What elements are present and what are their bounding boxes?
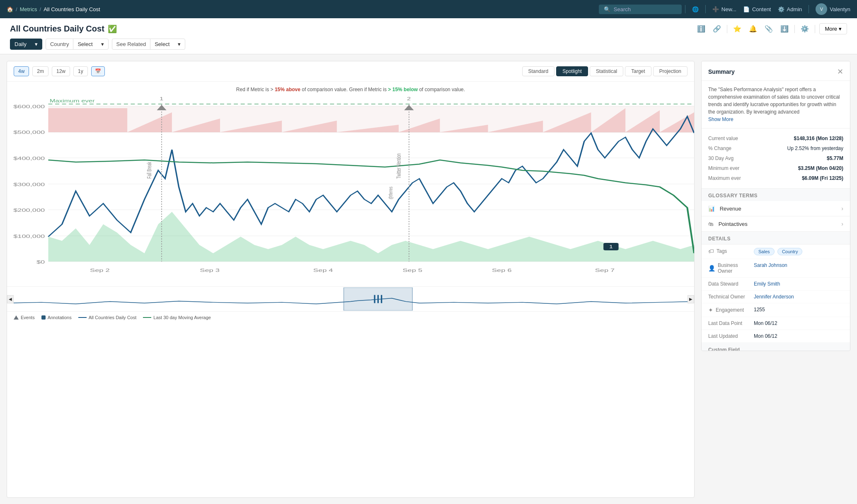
stat-value-max: $6.09M (Fri 12/25) — [802, 175, 843, 181]
main-chart: $600,000 $500,000 $400,000 $300,000 $200… — [7, 96, 694, 286]
time-btn-12w[interactable]: 12w — [52, 66, 70, 76]
admin-label: Admin — [787, 6, 802, 12]
time-btn-1y[interactable]: 1y — [73, 66, 88, 76]
new-label: New... — [721, 6, 736, 12]
svg-text:Sep 7: Sep 7 — [595, 268, 615, 273]
pointactives-chevron-icon: › — [841, 220, 843, 227]
calendar-button[interactable]: 📅 — [91, 66, 105, 76]
glossary-pointactives-label: Pointactives — [719, 221, 748, 227]
search-bar[interactable]: 🔍 Search — [599, 5, 682, 14]
nav-right: 🌐 ➕ New... 📄 Content ⚙️ Admin V Valentyn — [685, 3, 850, 15]
details-section-title: Details — [702, 232, 850, 244]
stat-value-30day: $5.77M — [827, 155, 843, 161]
nav-new[interactable]: ➕ New... — [712, 6, 736, 12]
technical-owner-value[interactable]: Jennifer Anderson — [754, 294, 843, 300]
show-more-link[interactable]: Show More — [708, 116, 734, 122]
top-nav: 🏠 / Metrics / All Countries Daily Cost 🔍… — [0, 0, 857, 18]
svg-text:Twitter Mention: Twitter Mention — [395, 153, 402, 179]
breadcrumb-current: All Countries Daily Cost — [44, 6, 100, 12]
stat-30day: 30 Day Avg $5.77M — [708, 153, 843, 163]
action-divider-2 — [794, 25, 795, 33]
nav-content[interactable]: 📄 Content — [743, 6, 771, 12]
clip-button[interactable]: 📎 — [763, 23, 775, 34]
page-header: All Countries Daily Cost ✅ ℹ️ 🔗 ⭐ 🔔 📎 ⬇️… — [0, 18, 857, 54]
country-label: Country — [46, 39, 74, 49]
stat-min-ever: Minimum ever $3.25M (Mon 04/20) — [708, 163, 843, 173]
detail-last-updated: Last Updated Mon 06/12 — [702, 330, 850, 343]
summary-close-button[interactable]: ✕ — [837, 67, 843, 76]
related-label: See Related — [112, 39, 151, 49]
summary-header: Summary ✕ — [702, 61, 850, 81]
last-updated-label: Last Updated — [708, 333, 738, 339]
glossary-pointactives[interactable]: 🛍 Pointactives › — [702, 216, 850, 232]
last-updated-value: Mon 06/12 — [754, 333, 843, 339]
admin-icon: ⚙️ — [778, 6, 784, 12]
chevron-down-icon: ▾ — [839, 26, 842, 32]
tag-country[interactable]: Country — [777, 248, 803, 255]
nav-admin[interactable]: ⚙️ Admin — [778, 6, 802, 12]
home-icon[interactable]: 🏠 — [7, 6, 13, 12]
chart-type-standard[interactable]: Standard — [522, 66, 555, 76]
star-button[interactable]: ⭐ — [731, 23, 743, 34]
moving-avg-line — [48, 160, 694, 253]
filter-row: Daily ▾ Country Select ▾ See Related Sel… — [10, 39, 847, 54]
period-chevron: ▾ — [31, 39, 42, 49]
verified-icon: ✅ — [108, 24, 117, 34]
detail-engagement: ✦ Engagement 1255 — [702, 303, 850, 317]
nav-user[interactable]: V Valentyn — [816, 3, 850, 15]
summary-panel: Summary ✕ The "Sales Performance Analysi… — [701, 61, 850, 351]
title-row: All Countries Daily Cost ✅ ℹ️ 🔗 ⭐ 🔔 📎 ⬇️… — [10, 23, 847, 39]
glossary-revenue-label: Revenue — [720, 206, 741, 212]
time-btn-2m[interactable]: 2m — [32, 66, 48, 76]
related-value: Select — [150, 39, 174, 49]
hierarchy-button[interactable]: 🔗 — [711, 23, 723, 34]
scroll-left-btn[interactable]: ◀ — [7, 295, 14, 303]
related-filter[interactable]: See Related Select ▾ — [112, 39, 186, 50]
metric-line-icon — [78, 317, 87, 318]
legend-events-label: Events — [21, 315, 35, 320]
svg-text:Sep 4: Sep 4 — [313, 268, 333, 273]
tags-label: Tags — [717, 248, 727, 254]
summary-desc-text: The "Sales Performance Analysis" report … — [708, 87, 840, 115]
spotlight-description: Red if Metric is > 15% above of comparis… — [7, 85, 694, 96]
chart-type-projection[interactable]: Projection — [653, 66, 688, 76]
business-owner-value[interactable]: Sarah Johnson — [754, 262, 843, 268]
stat-label-30day: 30 Day Avg — [708, 155, 734, 161]
nav-globe[interactable]: 🌐 — [692, 6, 699, 12]
stat-label-min: Minimum ever — [708, 165, 739, 171]
glossary-revenue[interactable]: 📊 Revenue › — [702, 201, 850, 216]
breadcrumb: 🏠 / Metrics / All Countries Daily Cost — [7, 6, 596, 12]
related-chevron: ▾ — [174, 39, 185, 49]
svg-text:$200,000: $200,000 — [13, 208, 45, 213]
country-filter[interactable]: Country Select ▾ — [46, 39, 109, 50]
scroll-right-btn[interactable]: ▶ — [688, 295, 694, 303]
period-filter[interactable]: Daily ▾ — [10, 39, 42, 50]
technical-owner-label: Technical Owner — [708, 294, 745, 300]
time-btn-4w[interactable]: 4w — [14, 66, 29, 76]
stat-max-ever: Maximum ever $6.09M (Fri 12/25) — [708, 173, 843, 183]
more-button[interactable]: More ▾ — [819, 23, 847, 34]
chart-type-target[interactable]: Target — [625, 66, 651, 76]
breadcrumb-metrics[interactable]: Metrics — [20, 6, 37, 12]
stat-value-pct: Up 2.52% from yesterday — [787, 145, 843, 151]
chart-type-statistical[interactable]: Statistical — [590, 66, 623, 76]
stat-label-current: Current value — [708, 136, 738, 141]
svg-text:$0: $0 — [36, 259, 45, 264]
settings-button[interactable]: ⚙️ — [799, 23, 811, 34]
data-steward-value[interactable]: Emily Smith — [754, 281, 843, 287]
person-icon: 👤 — [708, 265, 715, 271]
chart-area: Red if Metric is > 15% above of comparis… — [7, 82, 694, 327]
download-button[interactable]: ⬇️ — [779, 23, 790, 34]
green-zone-area — [48, 212, 694, 262]
legend-avg-label: Last 30 day Moving Average — [153, 315, 211, 320]
main-content: 4w 2m 12w 1y 📅 Standard Spotlight Statis… — [0, 54, 857, 504]
svg-text:Fall Break: Fall Break — [146, 162, 153, 179]
bell-button[interactable]: 🔔 — [747, 23, 759, 34]
chart-type-spotlight[interactable]: Spotlight — [556, 66, 588, 76]
svg-text:1: 1 — [160, 97, 163, 101]
svg-text:Sep 2: Sep 2 — [90, 268, 110, 273]
detail-business-owner: 👤 Business Owner Sarah Johnson — [702, 259, 850, 278]
info-button[interactable]: ℹ️ — [695, 23, 707, 34]
chart-type-buttons: Standard Spotlight Statistical Target Pr… — [522, 66, 688, 76]
tag-sales[interactable]: Sales — [754, 248, 775, 255]
